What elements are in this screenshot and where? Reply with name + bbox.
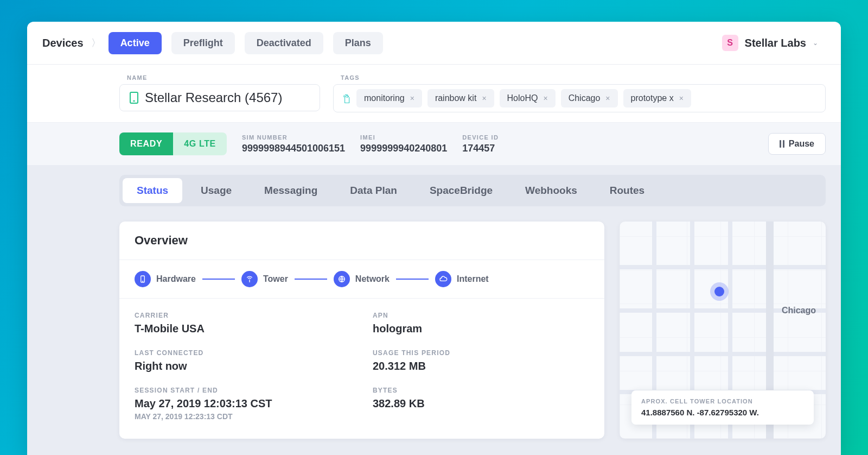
map-road: [620, 352, 826, 356]
path-line: [396, 279, 429, 280]
tag-label: HoloHQ: [507, 93, 538, 103]
tower-icon: [241, 271, 258, 287]
tag-label: rainbow kit: [435, 93, 476, 103]
bytes-cell: BYTES 382.89 KB: [373, 387, 589, 421]
session-start: May 27, 2019 12:03:13 CST: [135, 397, 351, 410]
subtabs-wrap: Status Usage Messaging Data Plan SpaceBr…: [27, 165, 841, 206]
status-ready: READY: [119, 132, 173, 155]
overview-grid: CARRIER T-Mobile USA APN hologram LAST C…: [119, 299, 604, 437]
tags-field: TAGS 🏷 monitoring× rainbow kit× HoloHQ× …: [333, 74, 826, 112]
signal-path: Hardware Tower Network Internet: [119, 260, 604, 299]
tag-label: Chicago: [569, 93, 601, 103]
map-city-label: Chicago: [782, 306, 816, 315]
usage-value: 20.312 MB: [373, 360, 589, 372]
app-window: Devices 〉 Active Preflight Deactivated P…: [27, 22, 841, 455]
session-end: MAY 27, 2019 12:23:13 CDT: [135, 412, 351, 421]
network-icon: [334, 271, 350, 287]
tag-label: prototype x: [631, 93, 674, 103]
name-label: NAME: [119, 74, 320, 81]
path-label: Internet: [457, 274, 489, 284]
top-bar: Devices 〉 Active Preflight Deactivated P…: [27, 22, 841, 65]
path-label: Tower: [263, 274, 288, 284]
status-network: 4G LTE: [173, 132, 227, 155]
map-badge-title: APROX. CELL TOWER LOCATION: [641, 398, 804, 405]
tag-chip: monitoring×: [356, 89, 422, 108]
imei: IMEI 9999999940240801: [360, 134, 447, 154]
content-area: Overview Hardware Tower Network: [27, 206, 841, 455]
map-location-badge: APROX. CELL TOWER LOCATION 41.8887560 N.…: [631, 390, 814, 425]
last-connected-cell: LAST CONNECTED Right now: [135, 349, 351, 372]
chevron-right-icon: 〉: [91, 36, 101, 49]
subtab-routes[interactable]: Routes: [596, 178, 659, 203]
map-badge-coords: 41.8887560 N. -87.62795320 W.: [641, 408, 804, 417]
tags-input[interactable]: 🏷 monitoring× rainbow kit× HoloHQ× Chica…: [333, 84, 826, 112]
apn-value: hologram: [373, 323, 589, 335]
sim-number: SIM NUMBER 9999998944501006151: [242, 134, 345, 154]
subtab-usage[interactable]: Usage: [187, 178, 246, 203]
breadcrumb-root[interactable]: Devices: [42, 37, 84, 49]
device-id: DEVICE ID 174457: [462, 134, 499, 154]
overview-card: Overview Hardware Tower Network: [119, 222, 604, 439]
usage-cell: USAGE THIS PERIOD 20.312 MB: [373, 349, 589, 372]
name-input[interactable]: Stellar Research (4567): [119, 84, 320, 111]
tab-active[interactable]: Active: [108, 32, 162, 54]
device-id-value: 174457: [462, 143, 499, 154]
bytes-label: BYTES: [373, 387, 589, 394]
pause-label: Pause: [789, 139, 814, 149]
tag-remove-icon[interactable]: ×: [482, 94, 486, 103]
device-id-label: DEVICE ID: [462, 134, 499, 141]
session-cell: SESSION START / END May 27, 2019 12:03:1…: [135, 387, 351, 421]
last-connected-value: Right now: [135, 360, 351, 372]
subtab-data-plan[interactable]: Data Plan: [336, 178, 411, 203]
device-icon: [130, 92, 138, 104]
tag-label: monitoring: [364, 93, 405, 103]
path-node-hardware: Hardware: [135, 271, 196, 287]
path-line: [202, 279, 235, 280]
pause-icon: [780, 140, 784, 148]
org-avatar: S: [722, 35, 738, 51]
apn-label: APN: [373, 312, 589, 319]
last-connected-label: LAST CONNECTED: [135, 349, 351, 357]
status-strip: READY 4G LTE SIM NUMBER 9999998944501006…: [27, 122, 841, 165]
subtab-status[interactable]: Status: [123, 178, 182, 203]
path-node-tower: Tower: [241, 271, 288, 287]
name-field: NAME Stellar Research (4567): [119, 74, 320, 112]
tag-chip: Chicago×: [561, 89, 618, 108]
path-node-network: Network: [334, 271, 390, 287]
hardware-icon: [135, 271, 151, 287]
tag-chip: rainbow kit×: [427, 89, 494, 108]
map-card[interactable]: Chicago APROX. CELL TOWER LOCATION 41.88…: [620, 222, 826, 439]
apn-cell: APN hologram: [373, 312, 589, 335]
top-bar-left: Devices 〉 Active Preflight Deactivated P…: [42, 32, 383, 54]
path-line: [295, 279, 327, 280]
subtab-messaging[interactable]: Messaging: [250, 178, 331, 203]
cloud-icon: [435, 271, 451, 287]
tab-deactivated[interactable]: Deactivated: [245, 32, 323, 54]
tab-plans[interactable]: Plans: [333, 32, 383, 54]
map-road: [620, 265, 826, 269]
pause-button[interactable]: Pause: [768, 133, 826, 155]
path-label: Hardware: [156, 274, 196, 284]
device-name: Stellar Research (4567): [145, 90, 282, 105]
tab-preflight[interactable]: Preflight: [171, 32, 235, 54]
status-badge: READY 4G LTE: [119, 132, 227, 155]
bytes-value: 382.89 KB: [373, 397, 589, 410]
subtab-spacebridge[interactable]: SpaceBridge: [416, 178, 507, 203]
tag-remove-icon[interactable]: ×: [679, 94, 684, 103]
tag-chip: prototype x×: [623, 89, 691, 108]
map-location-dot: [714, 287, 724, 296]
carrier-label: CARRIER: [135, 312, 351, 319]
tags-label: TAGS: [333, 74, 826, 81]
path-node-internet: Internet: [435, 271, 489, 287]
tag-remove-icon[interactable]: ×: [605, 94, 610, 103]
usage-label: USAGE THIS PERIOD: [373, 349, 589, 357]
sim-label: SIM NUMBER: [242, 134, 345, 141]
imei-value: 9999999940240801: [360, 143, 447, 154]
tag-remove-icon[interactable]: ×: [543, 94, 547, 103]
tag-remove-icon[interactable]: ×: [410, 94, 414, 103]
overview-title: Overview: [135, 233, 589, 248]
device-meta-row: NAME Stellar Research (4567) TAGS 🏷 moni…: [27, 65, 841, 122]
org-switcher[interactable]: S Stellar Labs ⌄: [714, 31, 826, 54]
subtab-webhooks[interactable]: Webhooks: [511, 178, 591, 203]
card-header: Overview: [119, 222, 604, 260]
